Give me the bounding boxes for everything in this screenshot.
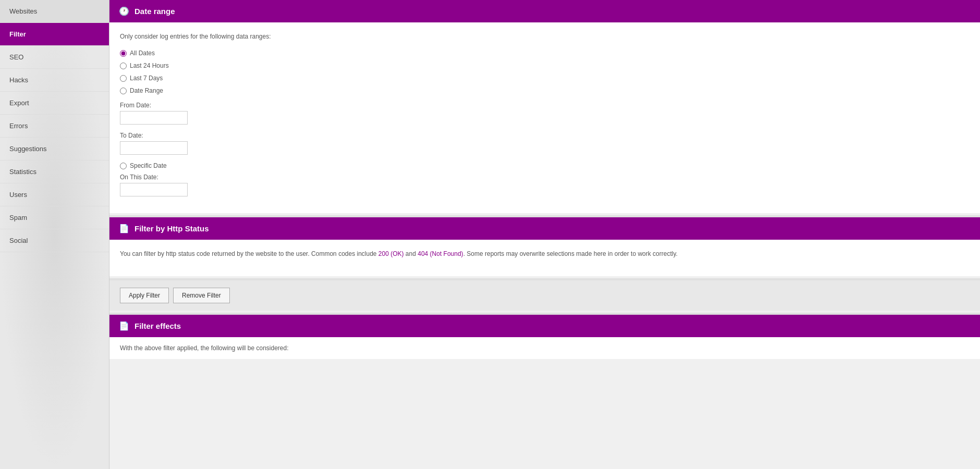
radio-all-dates[interactable]: All Dates	[120, 50, 970, 57]
radio-last-7days[interactable]: Last 7 Days	[120, 75, 970, 82]
sidebar-item-export[interactable]: Export	[0, 92, 109, 115]
filter-effects-description: With the above filter applied, the follo…	[120, 344, 970, 352]
sidebar: WebsitesFilterSEOHacksExportErrorsSugges…	[0, 0, 109, 469]
on-this-date-label: On This Date:	[120, 174, 970, 181]
filter-effects-header[interactable]: 📄 Filter effects	[109, 315, 980, 337]
radio-specific-date-input[interactable]	[120, 163, 127, 169]
radio-all-dates-label: All Dates	[130, 50, 155, 57]
to-date-field: To Date:	[120, 132, 970, 155]
filter-effects-body: With the above filter applied, the follo…	[109, 337, 980, 359]
radio-last-24h[interactable]: Last 24 Hours	[120, 62, 970, 69]
http-status-panel: 📄 Filter by Http Status You can filter b…	[109, 217, 980, 276]
clock-icon: 🕐	[119, 6, 129, 16]
radio-specific-date[interactable]: Specific Date	[120, 162, 970, 169]
document-icon: 📄	[119, 224, 129, 233]
http-status-description: You can filter by http status code retur…	[120, 249, 970, 258]
sidebar-item-social[interactable]: Social	[0, 229, 109, 252]
sidebar-item-errors[interactable]: Errors	[0, 115, 109, 138]
date-range-body: Only consider log entries for the follow…	[109, 22, 980, 213]
filter-effects-panel: 📄 Filter effects With the above filter a…	[109, 315, 980, 359]
to-date-label: To Date:	[120, 132, 970, 139]
main-content: 🕐 Date range Only consider log entries f…	[109, 0, 980, 469]
to-date-input[interactable]	[120, 141, 188, 155]
action-buttons-bar: Apply Filter Remove Filter	[109, 280, 980, 311]
filter-effects-icon: 📄	[119, 321, 129, 331]
sidebar-item-seo[interactable]: SEO	[0, 46, 109, 69]
sidebar-item-suggestions[interactable]: Suggestions	[0, 138, 109, 161]
date-range-title: Date range	[134, 7, 175, 16]
sidebar-item-filter[interactable]: Filter	[0, 23, 109, 46]
from-date-input[interactable]	[120, 111, 188, 125]
apply-filter-button[interactable]: Apply Filter	[120, 288, 169, 303]
radio-all-dates-input[interactable]	[120, 50, 127, 57]
date-range-header[interactable]: 🕐 Date range	[109, 0, 980, 22]
remove-filter-button[interactable]: Remove Filter	[173, 288, 230, 303]
sidebar-item-statistics[interactable]: Statistics	[0, 161, 109, 183]
from-date-label: From Date:	[120, 102, 970, 109]
on-this-date-input[interactable]	[120, 183, 188, 196]
radio-last-24h-input[interactable]	[120, 63, 127, 69]
sidebar-item-spam[interactable]: Spam	[0, 206, 109, 229]
http-status-title: Filter by Http Status	[134, 224, 209, 233]
date-range-panel: 🕐 Date range Only consider log entries f…	[109, 0, 980, 213]
content-area: 🕐 Date range Only consider log entries f…	[109, 0, 980, 359]
radio-date-range-label: Date Range	[130, 87, 163, 94]
filter-effects-title: Filter effects	[134, 322, 181, 330]
http-status-header[interactable]: 📄 Filter by Http Status	[109, 217, 980, 240]
highlight-404: 404 (Not Found)	[418, 250, 463, 257]
radio-date-range[interactable]: Date Range	[120, 87, 970, 94]
sidebar-item-users[interactable]: Users	[0, 183, 109, 206]
on-this-date-field: On This Date:	[120, 174, 970, 196]
date-range-description: Only consider log entries for the follow…	[120, 32, 970, 41]
radio-specific-date-label: Specific Date	[130, 162, 167, 169]
radio-last-7days-input[interactable]	[120, 75, 127, 82]
sidebar-item-websites[interactable]: Websites	[0, 0, 109, 23]
specific-date-section: Specific Date On This Date:	[120, 162, 970, 196]
radio-last-7days-label: Last 7 Days	[130, 75, 163, 82]
radio-last-24h-label: Last 24 Hours	[130, 62, 169, 69]
http-status-body: You can filter by http status code retur…	[109, 240, 980, 276]
sidebar-item-hacks[interactable]: Hacks	[0, 69, 109, 92]
radio-date-range-input[interactable]	[120, 88, 127, 94]
from-date-field: From Date:	[120, 102, 970, 125]
highlight-200: 200 (OK)	[378, 250, 404, 257]
date-radio-group: All Dates Last 24 Hours Last 7 Days Date…	[120, 50, 970, 94]
